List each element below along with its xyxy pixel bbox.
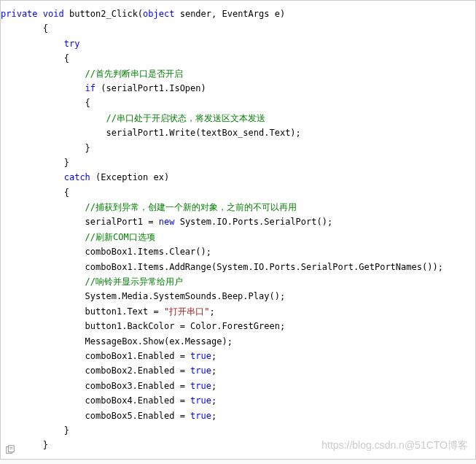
- comment: //捕获到异常，创建一个新的对象，之前的不可以再用: [85, 202, 297, 212]
- comment: //串口处于开启状态，将发送区文本发送: [106, 113, 265, 123]
- comment: //首先判断串口是否开启: [85, 69, 183, 79]
- keyword-true: true: [190, 381, 211, 391]
- keyword-true: true: [190, 351, 211, 361]
- keyword-try: try: [64, 39, 80, 49]
- code-block: private void button2_Click(object sender…: [0, 0, 476, 460]
- keyword-private: private: [1, 9, 38, 19]
- comment: //响铃并显示异常给用户: [85, 277, 183, 287]
- keyword-true: true: [190, 366, 211, 376]
- copy-icon[interactable]: [5, 444, 15, 455]
- string-literal: "打开串口": [164, 306, 209, 317]
- keyword-new: new: [159, 217, 175, 227]
- keyword-void: void: [43, 9, 64, 19]
- keyword-catch: catch: [64, 172, 90, 182]
- keyword-object: object: [143, 9, 174, 19]
- keyword-true: true: [190, 395, 211, 406]
- keyword-true: true: [190, 411, 211, 421]
- keyword-if: if: [85, 83, 95, 93]
- code-content: private void button2_Click(object sender…: [1, 7, 469, 453]
- comment: //刷新COM口选项: [85, 232, 155, 242]
